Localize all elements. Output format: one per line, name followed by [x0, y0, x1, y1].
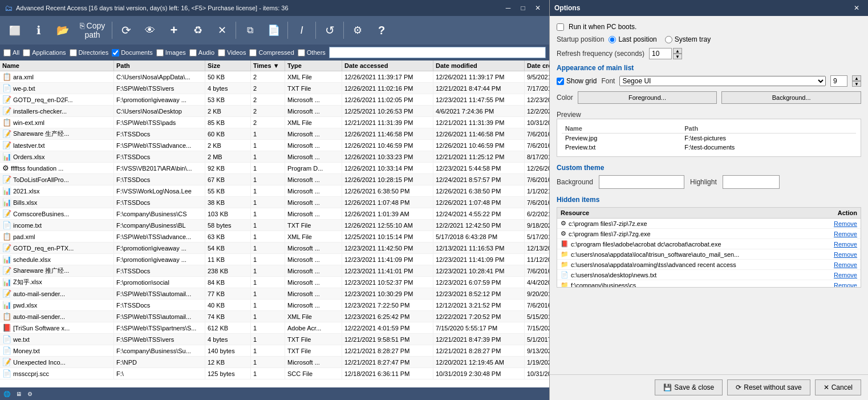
col-date-accessed[interactable]: Date accessed [342, 60, 433, 71]
close-button[interactable]: ✕ [531, 2, 545, 14]
foreground-button[interactable]: Foreground... [578, 91, 717, 104]
options-close-button[interactable]: ✕ [850, 2, 863, 14]
col-name[interactable]: Name [0, 60, 114, 71]
show-grid-checkbox[interactable] [557, 78, 564, 85]
table-row[interactable]: 📄 mssccprj.scc F:\ 125 bytes 1 SCC File … [0, 368, 549, 379]
table-row[interactable]: 📝 auto-mail-sender... F:\SP\Web\TSS\auto… [0, 288, 549, 300]
table-row[interactable]: 📝 GOTD_req_en-PTX... F:\promotion\giveaw… [0, 243, 549, 254]
filter-applications[interactable]: Applications [23, 49, 66, 56]
table-row[interactable]: 📝 ComscoreBusines... F:\company\Business… [0, 208, 549, 220]
eye-button[interactable]: 👁 [139, 19, 161, 42]
col-size[interactable]: Size [205, 60, 251, 71]
reset-button[interactable]: ⟳ Reset without save [727, 379, 810, 395]
filter-documents[interactable]: Documents [112, 49, 153, 56]
filter-images[interactable]: Images [156, 49, 186, 56]
system-tray-option[interactable]: System tray [665, 35, 711, 43]
font-select[interactable]: Segoe UI [619, 76, 826, 86]
remove-link[interactable]: Remove [834, 272, 857, 278]
open-button[interactable]: 📂 [51, 19, 74, 42]
table-row[interactable]: 📋 ara.xml C:\Users\Nosa\AppData\... 50 K… [0, 71, 549, 83]
filter-others[interactable]: Others [298, 49, 326, 56]
remove-link[interactable]: Remove [834, 231, 857, 237]
table-row[interactable]: 📝 Shareware 生产经... F:\TSSDocs 60 KB 1 Mi… [0, 128, 549, 140]
table-row[interactable]: 📋 auto-mail-sender... F:\SP\Web\TSS\auto… [0, 311, 549, 322]
filter-videos[interactable]: Videos [218, 49, 246, 56]
filter-compressed[interactable]: Compressed [249, 49, 294, 56]
recycle-button[interactable]: ♻ [186, 19, 209, 42]
filter-compressed-checkbox[interactable] [249, 49, 257, 56]
filter-documents-checkbox[interactable] [112, 49, 119, 56]
copy-path-button[interactable]: ⎘ Copy path [75, 19, 109, 42]
table-row[interactable]: 📝 installers-checker... C:\Users\Nosa\De… [0, 106, 549, 117]
cursor-button[interactable]: I [290, 19, 313, 42]
save-close-button[interactable]: 💾 Save & close [655, 379, 723, 395]
table-row[interactable]: 📝 latestver.txt F:\SP\Web\TSS\advance...… [0, 140, 549, 151]
search-input[interactable] [329, 47, 546, 58]
remove-link[interactable]: Remove [834, 282, 857, 288]
help-button[interactable]: ? [370, 19, 393, 42]
col-date-created[interactable]: Date created [525, 60, 549, 71]
col-times[interactable]: Times ▼ [251, 60, 285, 71]
info-button[interactable]: ℹ [27, 19, 50, 42]
filter-all[interactable]: All [3, 49, 19, 56]
table-row[interactable]: 📊 Bills.xlsx F:\TSSDocs 38 KB 1 Microsof… [0, 197, 549, 208]
filter-audio[interactable]: Audio [189, 49, 214, 56]
refresh-frequency-down[interactable]: ▼ [673, 54, 682, 59]
filter-applications-checkbox[interactable] [23, 49, 30, 56]
run-at-boot-checkbox[interactable] [557, 23, 564, 31]
table-row[interactable]: 📝 Unexpected Inco... F:\NPD 12 KB 1 Micr… [0, 357, 549, 368]
refresh-frequency-up[interactable]: ▲ [673, 48, 682, 54]
maximize-button[interactable]: □ [516, 2, 530, 14]
table-row[interactable]: 📊 pwd.xlsx F:\TSSDocs 40 KB 1 Microsoft … [0, 300, 549, 311]
filter-all-checkbox[interactable] [3, 49, 11, 56]
table-row[interactable]: ⚙ fffftss foundation ... F:\VSS\VB2017\A… [0, 163, 549, 174]
remove-link[interactable]: Remove [834, 241, 857, 248]
system-tray-radio[interactable] [665, 36, 672, 43]
filter-others-checkbox[interactable] [298, 49, 305, 56]
table-row[interactable]: 📊 schedule.xlsx F:\promotion\giveaway ..… [0, 254, 549, 265]
cancel-button[interactable]: ✕ Cancel [815, 379, 861, 395]
col-date-modified[interactable]: Date modified [433, 60, 525, 71]
table-row[interactable]: 📋 win-ext.xml F:\SP\Web\TSS\pads 85 KB 2… [0, 117, 549, 128]
highlight-swatch[interactable] [723, 175, 780, 189]
table-row[interactable]: 📄 we.txt F:\SP\Web\TSS\vers 4 bytes 1 TX… [0, 334, 549, 345]
add-button[interactable]: + [163, 19, 185, 42]
copy-button[interactable]: ⧉ [238, 19, 261, 42]
sync-button[interactable]: ⟳ [115, 19, 137, 42]
table-row[interactable]: 📄 income.txt F:\company\Business\BL 58 b… [0, 220, 549, 231]
delete-button[interactable]: ✕ [210, 19, 233, 42]
table-row[interactable]: 📊 Z知乎.xlsx F:\promotion\social 84 KB 1 M… [0, 277, 549, 288]
filter-directories[interactable]: Directories [70, 49, 109, 56]
font-size-input[interactable] [830, 75, 847, 87]
last-position-radio[interactable] [609, 36, 616, 43]
filter-videos-checkbox[interactable] [218, 49, 225, 56]
table-row[interactable]: 📊 Orders.xlsx F:\TSSDocs 2 MB 1 Microsof… [0, 151, 549, 163]
table-row[interactable]: 📝 GOTD_req_en-D2F... F:\promotion\giveaw… [0, 94, 549, 106]
refresh-frequency-input[interactable] [649, 48, 672, 59]
table-row[interactable]: 📊 2021.xlsx F:\VSS\WorkLog\Nosa.Lee 55 K… [0, 185, 549, 197]
show-grid-option[interactable]: Show grid [557, 77, 597, 85]
font-size-down[interactable]: ▼ [852, 81, 861, 87]
background-swatch[interactable] [599, 175, 684, 189]
undo-button[interactable]: ↺ [318, 19, 341, 42]
remove-link[interactable]: Remove [834, 261, 857, 268]
settings-button[interactable]: ⚙ [346, 19, 369, 42]
table-row[interactable]: 📝 Shareware 推广经... F:\TSSDocs 238 KB 1 M… [0, 265, 549, 277]
minimize-button[interactable]: ─ [501, 2, 515, 14]
table-row[interactable]: 📝 ToDoListForAllPro... F:\TSSDocs 67 KB … [0, 174, 549, 185]
font-size-up[interactable]: ▲ [852, 75, 861, 81]
file-button[interactable]: 📄 [262, 19, 285, 42]
monitor-button[interactable]: ⬜ [3, 19, 26, 42]
table-row[interactable]: 📋 pad.xml F:\SP\Web\TSS\advance... 63 KB… [0, 231, 549, 243]
table-row[interactable]: 📄 Money.txt F:\company\Business\Su... 14… [0, 345, 549, 357]
table-row[interactable]: 📄 we-p.txt F:\SP\Web\TSS\vers 4 bytes 2 … [0, 83, 549, 94]
remove-link[interactable]: Remove [834, 251, 857, 258]
filter-audio-checkbox[interactable] [189, 49, 197, 56]
col-path[interactable]: Path [114, 60, 205, 71]
filter-directories-checkbox[interactable] [70, 49, 77, 56]
table-row[interactable]: 📕 [TriSun Software x... F:\SP\Web\TSS\pa… [0, 322, 549, 334]
background-button[interactable]: Background... [721, 91, 861, 104]
remove-link[interactable]: Remove [834, 220, 857, 227]
col-type[interactable]: Type [285, 60, 342, 71]
filter-images-checkbox[interactable] [156, 49, 164, 56]
